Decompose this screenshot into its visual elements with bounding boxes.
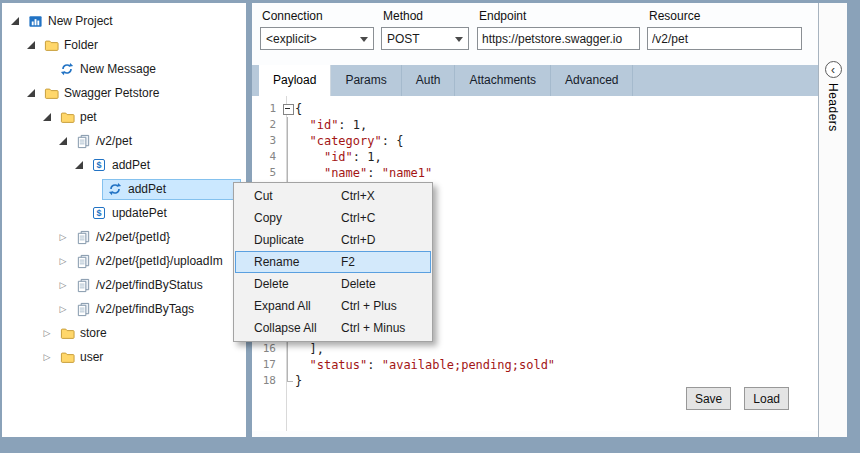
tree-item-swagger-petstore[interactable]: Swagger Petstore [2, 81, 246, 105]
menu-item-collapse-all[interactable]: Collapse AllCtrl + Minus [235, 317, 431, 339]
tree-expander-icon[interactable] [40, 326, 54, 340]
tree-expander-icon[interactable] [56, 134, 70, 148]
tree-item-content: /v2/pet/{petId} [70, 227, 175, 248]
tree-item-content: New Project [22, 11, 118, 32]
document-icon [75, 229, 91, 245]
tree-item-label: /v2/pet/findByTags [96, 302, 194, 316]
connection-group: Connection <explicit> [260, 9, 374, 50]
sync-icon [107, 181, 123, 197]
tab-params[interactable]: Params [331, 65, 401, 96]
tree-item-folder[interactable]: Folder [2, 33, 246, 57]
save-button[interactable]: Save [686, 387, 731, 410]
tree-item-addpet[interactable]: $addPet [2, 153, 246, 177]
context-menu: CutCtrl+XCopyCtrl+CDuplicateCtrl+DRename… [233, 182, 433, 342]
tree-expander-icon[interactable] [40, 350, 54, 364]
line-number: 1 [252, 101, 282, 117]
tree-item-content: /v2/pet/findByStatus [70, 275, 208, 296]
tree-item-label: user [80, 350, 103, 364]
expander-spacer [72, 206, 86, 220]
fold-guide [282, 373, 295, 389]
tree-item-content: /v2/pet/{petId}/uploadIm [70, 251, 228, 272]
endpoint-group: Endpoint [477, 9, 640, 50]
menu-item-label: Rename [254, 251, 299, 273]
tree-item-content: /v2/pet [70, 131, 137, 152]
expand-headers-button[interactable]: ‹ [825, 61, 842, 78]
tree-item-store[interactable]: store [2, 321, 246, 345]
menu-item-cut[interactable]: CutCtrl+X [235, 185, 431, 207]
tree-item-new-project[interactable]: New Project [2, 9, 246, 33]
tree-expander-icon[interactable] [56, 302, 70, 316]
endpoint-label: Endpoint [477, 9, 640, 23]
tree-item-updatepet[interactable]: $updatePet [2, 201, 246, 225]
tree-item-label: /v2/pet [96, 134, 132, 148]
dollar-icon: $ [91, 157, 107, 173]
menu-item-shortcut: F2 [341, 251, 355, 273]
code-line: 16 ], [252, 341, 818, 357]
tree-item-content: pet [54, 107, 102, 128]
tab-auth[interactable]: Auth [402, 65, 456, 96]
tree-item-v2-pet-petid[interactable]: /v2/pet/{petId} [2, 225, 246, 249]
tree-item-v2-pet-petid-uploadim[interactable]: /v2/pet/{petId}/uploadIm [2, 249, 246, 273]
menu-item-expand-all[interactable]: Expand AllCtrl + Plus [235, 295, 431, 317]
chevron-left-icon: ‹ [831, 64, 835, 76]
menu-item-duplicate[interactable]: DuplicateCtrl+D [235, 229, 431, 251]
tab-advanced[interactable]: Advanced [551, 65, 633, 96]
code-line: 1{ [252, 101, 818, 117]
load-button[interactable]: Load [744, 387, 789, 410]
fold-guide [282, 133, 295, 149]
menu-item-shortcut: Delete [341, 273, 376, 295]
menu-item-label: Collapse All [254, 317, 317, 339]
tree-expander-icon[interactable] [56, 254, 70, 268]
tree-expander-icon[interactable] [56, 278, 70, 292]
tab-payload[interactable]: Payload [259, 65, 331, 96]
menu-item-label: Expand All [254, 295, 311, 317]
tree-item-content: $updatePet [86, 203, 172, 224]
line-number: 18 [252, 373, 282, 389]
tree-expander-icon[interactable] [56, 230, 70, 244]
menu-item-rename[interactable]: RenameF2 [235, 251, 431, 273]
connection-select[interactable]: <explicit> [260, 27, 374, 50]
tree-item-user[interactable]: user [2, 345, 246, 369]
tree-item-label: pet [80, 110, 97, 124]
tree-item-new-message[interactable]: New Message [2, 57, 246, 81]
menu-item-shortcut: Ctrl + Plus [341, 295, 397, 317]
tree-item-label: New Project [48, 14, 113, 28]
menu-item-copy[interactable]: CopyCtrl+C [235, 207, 431, 229]
resource-label: Resource [647, 9, 802, 23]
app-window: New ProjectFolderNew MessageSwagger Pets… [0, 0, 860, 453]
tree-item-pet[interactable]: pet [2, 105, 246, 129]
tree-item-content: Swagger Petstore [38, 83, 164, 104]
folder-icon [59, 109, 75, 125]
fold-guide [282, 117, 295, 133]
line-number: 5 [252, 165, 282, 181]
code-text: "category": { [295, 133, 403, 149]
request-toolbar: Connection <explicit> Method POST Endpoi… [252, 3, 818, 65]
resource-input[interactable] [647, 27, 802, 50]
tab-attachments[interactable]: Attachments [455, 65, 551, 96]
tree-item-content: /v2/pet/findByTags [70, 299, 199, 320]
tree-item-label: /v2/pet/{petId}/uploadIm [96, 254, 223, 268]
menu-item-delete[interactable]: DeleteDelete [235, 273, 431, 295]
fold-collapse-icon[interactable] [282, 101, 295, 117]
project-icon [27, 13, 43, 29]
tree-expander-icon[interactable] [8, 14, 22, 28]
tree-item-addpet[interactable]: addPet [2, 177, 246, 201]
menu-item-label: Cut [254, 185, 273, 207]
method-select[interactable]: POST [381, 27, 469, 50]
code-line: 4 "id": 1, [252, 149, 818, 165]
headers-panel[interactable]: ‹ Headers [818, 3, 847, 437]
tree-item-content: $addPet [86, 155, 155, 176]
tree-item-v2-pet[interactable]: /v2/pet [2, 129, 246, 153]
tree-item-label: updatePet [112, 206, 167, 220]
tree-expander-icon[interactable] [72, 158, 86, 172]
document-icon [75, 253, 91, 269]
tree-expander-icon[interactable] [24, 38, 38, 52]
line-number: 4 [252, 149, 282, 165]
tree-item-v2-pet-findbystatus[interactable]: /v2/pet/findByStatus [2, 273, 246, 297]
code-line: 5 "name": "name1" [252, 165, 818, 181]
tree-item-v2-pet-findbytags[interactable]: /v2/pet/findByTags [2, 297, 246, 321]
tree-expander-icon[interactable] [40, 110, 54, 124]
folder-icon [59, 349, 75, 365]
tree-expander-icon[interactable] [24, 86, 38, 100]
endpoint-input[interactable] [477, 27, 640, 50]
